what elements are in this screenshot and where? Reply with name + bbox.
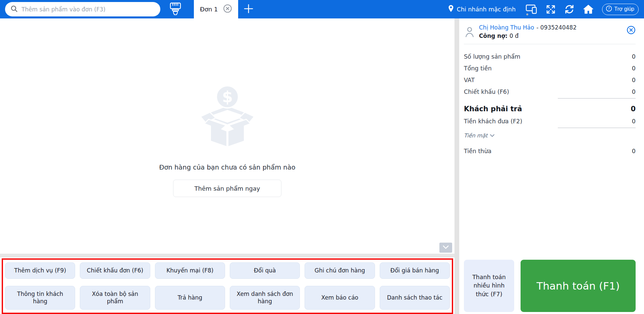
topbar: Đơn 1 Chi nhánh mặc định xyxy=(0,0,644,18)
chevron-down-icon xyxy=(442,245,449,250)
help-icon: ? xyxy=(606,5,612,13)
checkout-panel: Chị Hoàng Thu Hảo - 0935240482 Công nợ: … xyxy=(459,18,644,314)
barcode-scanner-icon xyxy=(169,2,182,17)
payment-method-label: Tiền mặt xyxy=(464,132,487,139)
quantity-value: 0 xyxy=(632,53,636,60)
debt-label: Công nợ: xyxy=(479,33,507,39)
action-order-discount-button[interactable]: Chiết khấu đơn (F6) xyxy=(80,262,150,279)
customer-given-input[interactable]: 0 xyxy=(558,118,636,128)
discount-input[interactable]: 0 xyxy=(558,88,636,99)
customer-debt-line: Công nợ: 0 đ xyxy=(479,33,577,39)
order-main-area: $ Đơn hàng của bạn chưa có sản phẩm nào … xyxy=(0,18,454,314)
action-return-goods-button[interactable]: Trả hàng xyxy=(155,286,225,310)
horizontal-divider xyxy=(0,254,454,257)
customer-details: Chị Hoàng Thu Hảo - 0935240482 Công nợ: … xyxy=(479,24,577,39)
branch-selector[interactable]: Chi nhánh mặc định xyxy=(447,4,516,14)
add-tab-button[interactable] xyxy=(238,0,259,18)
product-search[interactable] xyxy=(5,2,160,16)
annotation-highlight-box: Thêm dịch vụ (F9) Chiết khấu đơn (F6) Kh… xyxy=(2,258,453,314)
total-value: 0 xyxy=(632,65,636,72)
actions-zone: Thêm dịch vụ (F9) Chiết khấu đơn (F6) Kh… xyxy=(0,257,454,314)
payment-method-selector[interactable]: Tiền mặt xyxy=(464,132,495,139)
vat-value: 0 xyxy=(632,77,636,83)
total-label: Tổng tiền xyxy=(464,65,492,72)
action-customer-info-button[interactable]: Thông tin khách hàng xyxy=(5,286,75,310)
discount-label: Chiết khấu (F6) xyxy=(464,88,509,95)
location-pin-icon xyxy=(447,4,454,14)
branch-label: Chi nhánh mặc định xyxy=(457,6,516,13)
customer-phone: - 0935240482 xyxy=(536,24,577,31)
sync-icon[interactable] xyxy=(564,4,575,15)
order-tab[interactable]: Đơn 1 xyxy=(194,0,238,18)
action-order-note-button[interactable]: Ghi chú đơn hàng xyxy=(305,262,375,279)
summary-row-quantity: Số lượng sản phẩm 0 xyxy=(464,53,636,60)
summary-row-total: Tổng tiền 0 xyxy=(464,65,636,72)
customer-name-link[interactable]: Chị Hoàng Thu Hảo xyxy=(479,24,534,31)
action-operation-list-button[interactable]: Danh sách thao tác xyxy=(380,286,450,310)
vertical-divider xyxy=(454,18,459,314)
action-gift-exchange-button[interactable]: Đổi quà xyxy=(230,262,300,279)
chevron-down-icon xyxy=(490,132,495,139)
svg-text:?: ? xyxy=(608,6,610,11)
summary-row-change: Tiền thừa 0 xyxy=(464,148,636,154)
search-input[interactable] xyxy=(21,6,155,13)
action-order-list-button[interactable]: Xem danh sách đơn hàng xyxy=(230,286,300,310)
topbar-right: Chi nhánh mặc định xyxy=(447,3,644,15)
order-tab-label: Đơn 1 xyxy=(200,6,218,13)
scroll-down-button[interactable] xyxy=(439,243,452,253)
action-add-service-button[interactable]: Thêm dịch vụ (F9) xyxy=(5,262,75,279)
svg-text:$: $ xyxy=(222,88,232,106)
pay-button[interactable]: Thanh toán (F1) xyxy=(521,260,636,312)
help-button[interactable]: ? Trợ giúp xyxy=(602,4,639,15)
add-product-button[interactable]: Thêm sản phẩm ngay xyxy=(173,180,281,197)
summary-row-customer-given: Tiền khách đưa (F2) 0 xyxy=(464,118,636,128)
content: $ Đơn hàng của bạn chưa có sản phẩm nào … xyxy=(0,18,644,314)
devices-icon[interactable] xyxy=(526,3,538,15)
change-label: Tiền thừa xyxy=(464,148,491,154)
topbar-icons xyxy=(526,3,594,15)
customer-due-label: Khách phải trả xyxy=(464,105,522,113)
order-items-area: $ Đơn hàng của bạn chưa có sản phẩm nào … xyxy=(0,18,454,254)
remove-customer-button[interactable] xyxy=(627,25,636,36)
empty-state-title: Đơn hàng của bạn chưa có sản phẩm nào xyxy=(159,164,295,171)
quantity-label: Số lượng sản phẩm xyxy=(464,53,520,60)
summary-row-customer-due: Khách phải trả 0 xyxy=(464,105,636,113)
home-icon[interactable] xyxy=(583,4,594,15)
plus-icon xyxy=(244,4,254,15)
summary-row-discount: Chiết khấu (F6) 0 xyxy=(464,88,636,99)
multi-payment-button[interactable]: Thanh toán nhiều hình thức (F7) xyxy=(464,260,514,312)
help-label: Trợ giúp xyxy=(614,6,634,12)
customer-name-line: Chị Hoàng Thu Hảo - 0935240482 xyxy=(479,24,577,31)
search-icon xyxy=(10,5,18,14)
fullscreen-icon[interactable] xyxy=(545,4,556,15)
pos-app: Đơn 1 Chi nhánh mặc định xyxy=(0,0,644,314)
close-circle-icon xyxy=(627,25,636,36)
change-value: 0 xyxy=(632,148,636,154)
payment-buttons: Thanh toán nhiều hình thức (F7) Thanh to… xyxy=(464,260,636,312)
action-clear-all-products-button[interactable]: Xóa toàn bộ sản phẩm xyxy=(80,286,150,310)
customer-given-label: Tiền khách đưa (F2) xyxy=(464,118,522,125)
debt-value: 0 đ xyxy=(509,33,519,39)
summary-row-vat: VAT 0 xyxy=(464,77,636,83)
close-tab-icon[interactable] xyxy=(223,4,232,14)
person-icon xyxy=(465,26,475,39)
action-view-report-button[interactable]: Xem báo cáo xyxy=(305,286,375,310)
empty-order-state: $ Đơn hàng của bạn chưa có sản phẩm nào … xyxy=(0,85,454,197)
customer-due-value: 0 xyxy=(631,105,636,113)
action-change-sale-price-button[interactable]: Đổi giá bán hàng xyxy=(380,262,450,279)
panel-spacer xyxy=(464,154,636,260)
barcode-scanner-button[interactable] xyxy=(168,2,183,17)
vat-label: VAT xyxy=(464,77,475,83)
action-promotion-button[interactable]: Khuyến mại (F8) xyxy=(155,262,225,279)
empty-box-icon: $ xyxy=(201,85,254,148)
customer-section: Chị Hoàng Thu Hảo - 0935240482 Công nợ: … xyxy=(464,18,636,44)
